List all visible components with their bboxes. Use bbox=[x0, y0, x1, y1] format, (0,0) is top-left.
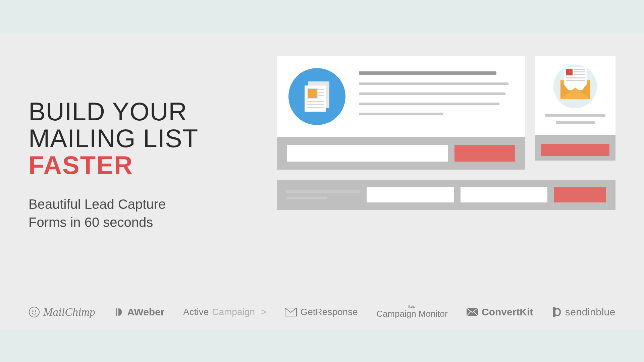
convertkit-logo: ConvertKit bbox=[466, 306, 533, 318]
chevron-right-icon: > bbox=[258, 307, 266, 317]
sendinblue-icon bbox=[552, 306, 562, 318]
email-input-mock bbox=[287, 145, 448, 162]
name-input-mock bbox=[367, 187, 454, 202]
integration-logos: MailChimp AWeber ActiveCampaign > GetRes… bbox=[29, 291, 615, 319]
svg-point-2 bbox=[35, 310, 36, 312]
form-mock-narrow-content bbox=[535, 56, 615, 135]
activecampaign-label-b: Campaign bbox=[212, 307, 255, 317]
form-row-1 bbox=[277, 56, 615, 170]
envelope-icon bbox=[553, 65, 597, 108]
document-icon bbox=[305, 81, 329, 112]
campaignmonitor-logo: ▮◢◣ Campaign Monitor bbox=[376, 305, 447, 319]
subheadline-line2: Forms in 60 seconds bbox=[29, 213, 263, 231]
form-mock-wide-inputs bbox=[277, 137, 525, 170]
getresponse-logo: GetResponse bbox=[285, 307, 358, 317]
subheadline-line1: Beautiful Lead Capture bbox=[29, 195, 263, 213]
envelope-icon bbox=[285, 308, 297, 316]
subheadline: Beautiful Lead Capture Forms in 60 secon… bbox=[29, 195, 263, 231]
hero-text: BUILD YOUR MAILING LIST FASTER Beautiful… bbox=[29, 56, 263, 291]
activecampaign-label-a: Active bbox=[183, 307, 209, 317]
svg-point-0 bbox=[29, 307, 39, 317]
submit-button-mock bbox=[554, 187, 606, 202]
convertkit-label: ConvertKit bbox=[482, 306, 533, 318]
placeholder-text-lines bbox=[359, 68, 512, 123]
top-section: BUILD YOUR MAILING LIST FASTER Beautiful… bbox=[29, 56, 615, 291]
sendinblue-logo: sendinblue bbox=[552, 306, 615, 318]
aweber-logo: AWeber bbox=[114, 306, 164, 318]
sendinblue-label: sendinblue bbox=[565, 306, 615, 318]
placeholder-text-lines bbox=[286, 190, 360, 199]
mailchimp-icon bbox=[29, 306, 40, 318]
mailchimp-label: MailChimp bbox=[43, 306, 95, 318]
campaignmonitor-icon: ▮◢◣ bbox=[408, 305, 416, 308]
headline-line2: MAILING LIST bbox=[29, 125, 263, 152]
email-input-mock bbox=[461, 187, 548, 202]
svg-point-1 bbox=[32, 310, 34, 312]
campaignmonitor-label: Campaign Monitor bbox=[376, 309, 447, 319]
aweber-icon bbox=[114, 307, 124, 317]
submit-button-mock bbox=[454, 145, 515, 162]
form-mockups bbox=[277, 56, 615, 291]
form-mock-narrow-inputs bbox=[535, 135, 615, 161]
form-mock-wide bbox=[277, 56, 525, 170]
envelope-icon bbox=[466, 308, 478, 316]
newsletter-icon bbox=[288, 68, 345, 125]
headline-accent: FASTER bbox=[29, 152, 263, 179]
form-mock-bar bbox=[277, 180, 615, 210]
getresponse-label: GetResponse bbox=[300, 307, 358, 317]
submit-button-mock bbox=[541, 144, 609, 156]
activecampaign-logo: ActiveCampaign > bbox=[183, 307, 266, 317]
mailchimp-logo: MailChimp bbox=[29, 306, 95, 318]
promo-banner: BUILD YOUR MAILING LIST FASTER Beautiful… bbox=[0, 33, 644, 329]
aweber-label: AWeber bbox=[127, 306, 164, 318]
headline-line1: BUILD YOUR bbox=[29, 98, 263, 125]
form-mock-narrow bbox=[535, 56, 615, 170]
headline: BUILD YOUR MAILING LIST FASTER bbox=[29, 98, 263, 178]
form-mock-wide-content bbox=[277, 56, 525, 137]
